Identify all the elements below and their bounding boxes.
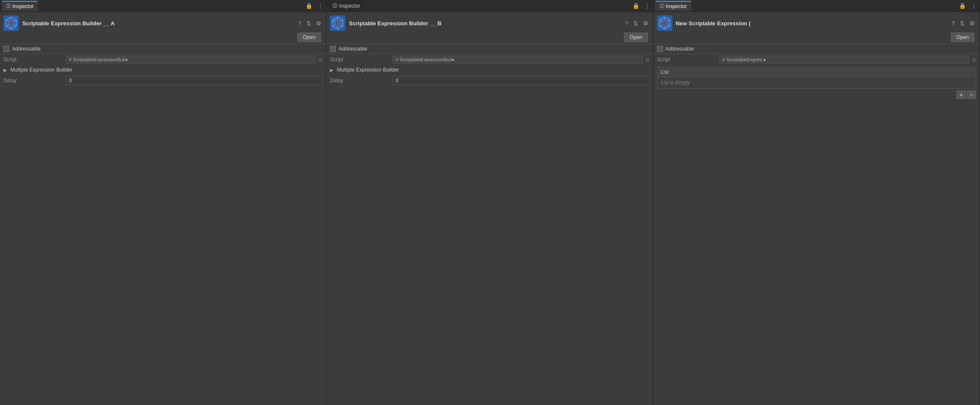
multiple-expr-row-a: ▶ Multiple Expression Builder	[0, 65, 326, 75]
inspector-panel-c: ⓘ Inspector 🔒 ⋮ New Scriptable Expressio…	[653, 0, 980, 405]
tab-label-b: Inspector	[339, 3, 360, 9]
tab-bar-c: ⓘ Inspector 🔒 ⋮	[653, 0, 980, 12]
info-icon-a: ⓘ	[6, 3, 11, 9]
delay-row-a: Delay	[0, 75, 326, 87]
list-add-row-c: + −	[657, 89, 976, 101]
script-ref-text-b: ScriptableExpressionBuil●	[399, 57, 454, 62]
list-header-c: List	[657, 67, 976, 77]
eye-icon-a[interactable]: ◎	[318, 57, 323, 63]
open-btn-a[interactable]: Open	[297, 33, 321, 42]
list-add-btn-c[interactable]: +	[956, 90, 966, 99]
header-icons-c: ? ⇅ ⚙	[950, 19, 976, 27]
delay-label-b: Delay	[330, 78, 390, 84]
unity-icon-a	[3, 15, 19, 31]
addressable-checkbox-b[interactable]	[330, 46, 336, 52]
script-ref-text-a: ScriptableExpressionBuil●	[73, 57, 128, 62]
expand-arrow-a[interactable]: ▶	[3, 68, 7, 72]
tab-actions-b: 🔒 ⋮	[631, 2, 651, 10]
multiple-expr-row-b: ▶ Multiple Expression Builder	[327, 65, 653, 75]
help-btn-b[interactable]: ?	[623, 19, 629, 27]
addressable-label-a: Addressable	[12, 46, 41, 52]
header-icons-a: ? ⇅ ⚙	[297, 19, 323, 27]
script-row-a: Script # ScriptableExpressionBuil● ◎	[0, 54, 326, 65]
tab-label-a: Inspector	[12, 3, 33, 9]
script-ref-c[interactable]: # ScriptableExpres:●	[719, 56, 969, 63]
delay-label-a: Delay	[3, 78, 63, 84]
tab-bar-b: ⓘ Inspector 🔒 ⋮	[327, 0, 653, 12]
menu-btn-a[interactable]: ⋮	[316, 2, 324, 10]
multiple-expr-label-a: Multiple Expression Builder	[10, 67, 72, 73]
addressable-row-a: Addressable	[0, 44, 326, 54]
settings-btn-a[interactable]: ⚙	[315, 19, 323, 27]
tab-bar-a: ⓘ Inspector 🔒 ⋮	[0, 0, 326, 12]
asset-title-c: New Scriptable Expression (	[676, 20, 947, 27]
script-ref-text-c: ScriptableExpres:●	[726, 57, 766, 62]
addressable-row-c: Addressable	[653, 44, 980, 54]
addressable-checkbox-a[interactable]	[3, 46, 9, 52]
menu-btn-c[interactable]: ⋮	[970, 2, 978, 10]
tools-btn-a[interactable]: ⇅	[305, 19, 312, 27]
help-btn-a[interactable]: ?	[297, 19, 303, 27]
tab-actions-a: 🔒 ⋮	[304, 2, 324, 10]
lock-btn-a[interactable]: 🔒	[304, 2, 314, 10]
script-ref-b[interactable]: # ScriptableExpressionBuil●	[393, 56, 642, 63]
inspector-panel-a: ⓘ Inspector 🔒 ⋮ Scriptable Expression Bu…	[0, 0, 327, 405]
inspector-panel-b: ⓘ Inspector 🔒 ⋮ Scriptable Expression Bu…	[327, 0, 653, 405]
asset-title-b: Scriptable Expression Builder __ B	[349, 20, 620, 27]
tab-label-c: Inspector	[666, 3, 687, 9]
eye-icon-c[interactable]: ◎	[972, 57, 976, 63]
unity-icon-b	[330, 15, 345, 31]
delay-input-b[interactable]	[393, 76, 649, 85]
open-btn-c[interactable]: Open	[951, 33, 974, 42]
script-ref-a[interactable]: # ScriptableExpressionBuil●	[66, 56, 316, 63]
script-label-a: Script	[3, 57, 63, 63]
info-icon-c: ⓘ	[659, 3, 664, 9]
script-label-b: Script	[330, 57, 390, 63]
list-remove-btn-c[interactable]: −	[967, 90, 976, 99]
tab-inspector-a[interactable]: ⓘ Inspector	[2, 1, 38, 11]
delay-row-b: Delay	[327, 75, 653, 87]
open-btn-b[interactable]: Open	[624, 33, 647, 42]
settings-btn-b[interactable]: ⚙	[642, 19, 650, 27]
hash-icon-a: #	[69, 57, 72, 62]
hash-icon-c: #	[722, 57, 725, 62]
tab-inspector-c[interactable]: ⓘ Inspector	[655, 1, 691, 11]
addressable-checkbox-c[interactable]	[657, 46, 663, 52]
script-label-c: Script	[657, 57, 717, 63]
tab-inspector-b[interactable]: ⓘ Inspector	[328, 1, 364, 11]
tools-btn-b[interactable]: ⇅	[632, 19, 639, 27]
script-row-c: Script # ScriptableExpres:● ◎	[653, 54, 980, 65]
settings-btn-c[interactable]: ⚙	[968, 19, 976, 27]
script-row-b: Script # ScriptableExpressionBuil● ◎	[327, 54, 653, 65]
hash-icon-b: #	[396, 57, 398, 62]
help-btn-c[interactable]: ?	[950, 19, 956, 27]
tools-btn-c[interactable]: ⇅	[959, 19, 966, 27]
lock-btn-c[interactable]: 🔒	[958, 2, 967, 10]
delay-input-a[interactable]	[66, 76, 323, 85]
list-empty-c: List is Empty	[657, 77, 976, 89]
multiple-expr-label-b: Multiple Expression Builder	[337, 67, 399, 73]
asset-header-a: Scriptable Expression Builder __ A ? ⇅ ⚙	[0, 12, 326, 33]
unity-icon-c	[657, 15, 672, 31]
asset-header-b: Scriptable Expression Builder __ B ? ⇅ ⚙	[327, 12, 653, 33]
expand-arrow-b[interactable]: ▶	[330, 68, 333, 72]
tab-actions-c: 🔒 ⋮	[958, 2, 978, 10]
eye-icon-b[interactable]: ◎	[645, 57, 650, 63]
lock-btn-b[interactable]: 🔒	[631, 2, 641, 10]
header-icons-b: ? ⇅ ⚙	[623, 19, 649, 27]
asset-header-c: New Scriptable Expression ( ? ⇅ ⚙	[653, 12, 980, 33]
addressable-label-b: Addressable	[339, 46, 367, 52]
asset-title-a: Scriptable Expression Builder __ A	[22, 20, 294, 27]
addressable-row-b: Addressable	[327, 44, 653, 54]
addressable-label-c: Addressable	[665, 46, 694, 52]
info-icon-b: ⓘ	[333, 3, 337, 9]
menu-btn-b[interactable]: ⋮	[643, 2, 651, 10]
list-section-c: List List is Empty + −	[657, 67, 976, 101]
